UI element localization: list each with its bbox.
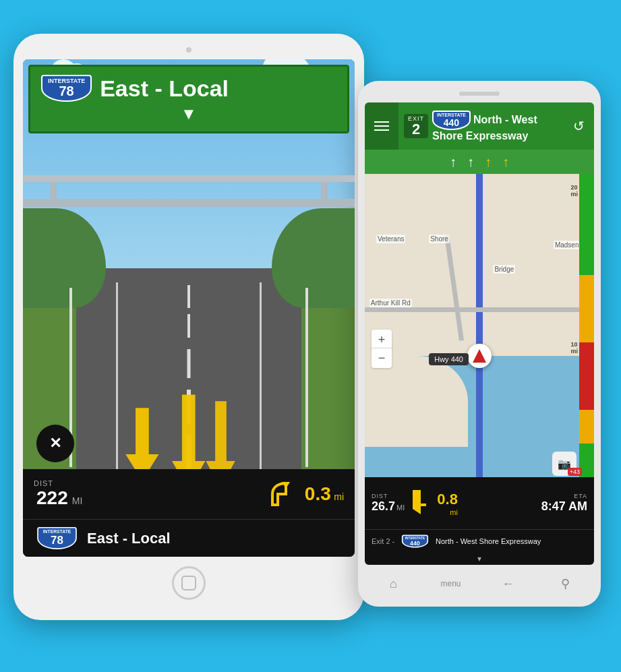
phone-speaker xyxy=(459,92,500,96)
phone-dist-value: 26.7 xyxy=(372,499,395,514)
lane-arrow-1: ↑ xyxy=(450,154,456,170)
tablet-device: INTERSTATE 78 East - Local ▼ ✕ DIST 222 … xyxy=(13,34,364,620)
phone-route-description: North - West Shore Expressway xyxy=(436,537,541,545)
phone-next-dist-block: 0.8 mi xyxy=(437,491,458,516)
traffic-label-10mi: 10 mi xyxy=(570,341,578,355)
dist-unit: MI xyxy=(72,495,83,506)
sign-down-arrow: ▼ xyxy=(41,104,336,123)
grass-right xyxy=(301,298,355,477)
map-label-arthur-kill: Arthur Kill Rd xyxy=(369,299,412,307)
phone-route-row: Exit 2 - INTERSTATE 440 North - West Sho… xyxy=(365,530,594,553)
phone-route-name: INTERSTATE 440 North - West Shore Expres… xyxy=(432,111,558,142)
interstate-shield-78: INTERSTATE 78 xyxy=(41,75,92,102)
map-label-shore: Shore xyxy=(429,235,450,243)
hamburger-icon xyxy=(374,121,389,131)
phone-eta-label: ETA xyxy=(574,493,587,499)
dist-label: DIST xyxy=(34,479,82,487)
car-direction-indicator xyxy=(473,349,486,363)
phone-search-button[interactable]: ⚲ xyxy=(552,570,579,597)
turn-arrow-icon xyxy=(267,478,299,510)
phone-next-dist-unit: mi xyxy=(450,508,458,516)
car-marker xyxy=(467,344,492,368)
next-dist-block: 0.3 mi xyxy=(305,483,344,505)
zoom-in-button[interactable]: + xyxy=(372,330,392,350)
phone-route-line1: North - West xyxy=(473,114,537,126)
map-road-horizontal xyxy=(365,307,579,312)
phone-eta-value: 8:47 AM xyxy=(541,499,587,514)
guardrail-right xyxy=(305,288,308,467)
expand-section[interactable]: ▾ xyxy=(365,553,594,565)
nav-sign-top: INTERSTATE 78 East - Local xyxy=(41,75,229,102)
phone-turn-arrow-icon xyxy=(409,490,433,514)
traffic-segment-yellow-mid xyxy=(579,275,594,342)
phone-dist-block: DIST 26.7 MI xyxy=(372,493,405,514)
turn-block: 0.3 mi xyxy=(267,478,344,510)
dist-value: 222 xyxy=(36,487,68,509)
tablet-bottom-bar: DIST 222 MI 0.3 mi xyxy=(23,469,355,557)
map-label-veterans: Veterans xyxy=(376,235,405,243)
tablet-home-button[interactable] xyxy=(172,566,206,600)
tablet-screen: INTERSTATE 78 East - Local ▼ ✕ DIST 222 … xyxy=(23,59,355,557)
traffic-segment-yellow-bottom xyxy=(579,410,594,444)
tablet-home-inner xyxy=(181,576,196,590)
notification-badge: +43 xyxy=(568,468,582,476)
tablet-dist-row: DIST 222 MI 0.3 mi xyxy=(23,469,355,520)
traffic-label-20mi: 20 mi xyxy=(570,184,578,197)
next-dist-value: 0.3 xyxy=(305,483,331,504)
traffic-segment-green-top xyxy=(579,174,594,275)
lane-arrow-2: ↑ xyxy=(467,154,474,170)
phone-bottom-shield: INTERSTATE 440 xyxy=(402,534,428,547)
phone-bottom-bar: DIST 26.7 MI 0.8 mi xyxy=(365,477,594,565)
tablet-camera xyxy=(186,47,191,53)
phone-header: EXIT 2 INTERSTATE 440 North - West Shore… xyxy=(365,102,594,150)
back-icon: ← xyxy=(502,577,514,591)
phone-shield-440: INTERSTATE 440 xyxy=(432,111,471,130)
svg-marker-5 xyxy=(413,509,421,514)
dash-2 xyxy=(187,314,190,337)
dist-block: DIST 222 MI xyxy=(34,479,82,509)
recenter-icon: ↺ xyxy=(573,118,585,134)
close-button[interactable]: ✕ xyxy=(36,425,74,462)
phone-dist-row: DIST 26.7 MI 0.8 mi xyxy=(365,477,594,530)
car-marker-circle xyxy=(467,344,492,368)
chevron-down-icon: ▾ xyxy=(477,554,481,563)
home-icon: ⌂ xyxy=(390,577,397,591)
menu-button[interactable] xyxy=(365,102,398,150)
map-label-bridge: Bridge xyxy=(493,265,515,274)
phone-next-dist-value: 0.8 xyxy=(437,491,458,508)
phone-route-top: INTERSTATE 440 North - West xyxy=(432,111,558,130)
phone-route-prefix: Exit 2 - xyxy=(372,537,394,545)
exit-number: 2 xyxy=(412,122,420,137)
phone-device: Veterans Shore Bridge Madsen Av Arthur K… xyxy=(358,81,601,607)
map-road-vertical xyxy=(476,174,483,477)
phone-dist-label: DIST xyxy=(372,493,405,499)
svg-marker-3 xyxy=(282,482,290,489)
menu-nav-icon: menu xyxy=(440,579,461,588)
recenter-button[interactable]: ↺ xyxy=(563,102,594,150)
phone-menu-nav-button[interactable]: menu xyxy=(438,570,465,597)
phone-dist-unit: MI xyxy=(396,503,405,512)
phone-route-line2: Shore Expressway xyxy=(432,130,558,142)
traffic-segment-red-bottom xyxy=(579,342,594,410)
bridge-gantry xyxy=(23,199,355,207)
phone-back-button[interactable]: ← xyxy=(495,570,522,597)
lane-arrow-4: ↑ xyxy=(502,154,509,170)
lane-indicator-row: ↑ ↑ ↑ ↑ xyxy=(365,150,594,174)
phone-sign-area: EXIT 2 INTERSTATE 440 North - West Shore… xyxy=(398,102,563,150)
phone-turn-icon xyxy=(409,490,433,517)
zoom-out-button[interactable]: − xyxy=(372,348,392,368)
traffic-bar: 20 mi 10 mi xyxy=(579,174,594,477)
tablet-route-shield: INTERSTATE 78 xyxy=(37,527,77,549)
phone-screen: Veterans Shore Bridge Madsen Av Arthur K… xyxy=(365,102,594,565)
nav-sign-banner: INTERSTATE 78 East - Local ▼ xyxy=(28,65,349,133)
map-area: Veterans Shore Bridge Madsen Av Arthur K… xyxy=(365,174,594,477)
map-land xyxy=(365,356,468,447)
next-dist-unit: mi xyxy=(334,491,344,502)
map-tooltip-hwy440: Hwy 440 xyxy=(429,353,469,365)
svg-rect-6 xyxy=(415,503,426,506)
tablet-route-row: INTERSTATE 78 East - Local xyxy=(23,520,355,557)
phone-eta-block: ETA 8:47 AM xyxy=(541,493,587,514)
search-icon: ⚲ xyxy=(561,576,570,591)
sign-direction-text: East - Local xyxy=(100,75,229,102)
phone-home-button[interactable]: ⌂ xyxy=(380,570,407,597)
